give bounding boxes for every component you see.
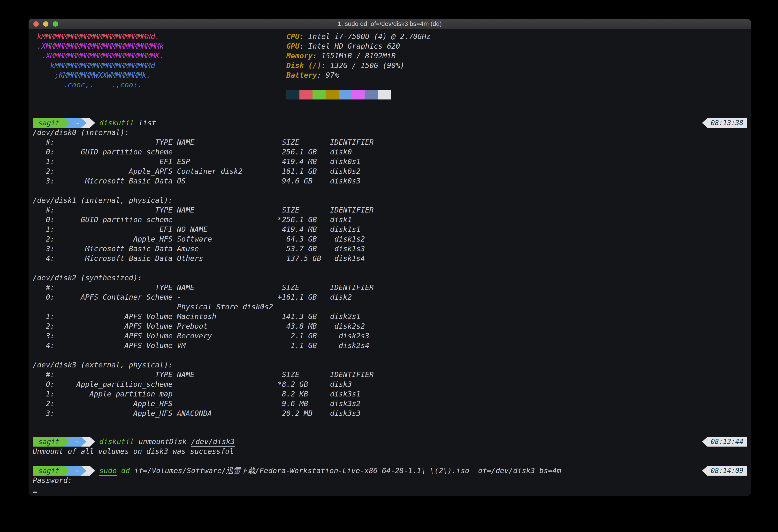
command-token: dd — [121, 466, 130, 475]
terminal-screen[interactable]: kMMMMMMMMMMMMMMMMMMMMMMMMWd. .XMMMMMMMMM… — [28, 29, 751, 496]
command-token — [117, 466, 121, 475]
info-label: Battery — [286, 71, 317, 79]
disk-table-row: 0: GUID_partition_scheme *256.1 GB disk1 — [33, 215, 747, 225]
disk-table-row: 0: APFS Container Scheme - +161.1 GB dis… — [33, 292, 747, 302]
disk-table-row: 3: Microsoft Basic Data OS 94.6 GB disk0… — [33, 176, 747, 186]
info-label: Memory — [286, 52, 313, 60]
title-bar[interactable]: 1. sudo dd of=/dev/disk3 bs=4m (dd) — [28, 19, 751, 29]
command-token: diskutil — [99, 119, 134, 127]
timestamp-badge: 08:13:44 — [702, 437, 747, 447]
disk-table-row: 2: Apple_HFS 9.6 MB disk3s2 — [33, 399, 747, 408]
info-label: CPU — [286, 32, 299, 41]
ascii-art-line: ;KMMMMMMMWXXWMMMMMMMk. — [33, 70, 286, 80]
disk-table-row: 0: GUID_partition_scheme 256.1 GB disk0 — [33, 147, 747, 157]
system-info-row: Disk (/): 132G / 150G (90%) — [286, 61, 431, 70]
system-info-panel: CPU: Intel i7-7500U (4) @ 2.70GHzGPU: In… — [286, 32, 431, 99]
disk2-table: /dev/disk2 (synthesized): #: TYPE NAME S… — [33, 273, 747, 351]
prompt-user-segment: sagit — [33, 437, 70, 447]
disk-table-row: 3: Microsoft Basic Data Amuse 53.7 GB di… — [33, 244, 747, 254]
disk-device-header: /dev/disk2 (synthesized): — [33, 273, 747, 283]
disk-table-row: 4: APFS Volume VM 1.1 GB disk2s4 — [33, 341, 747, 351]
palette-swatch — [299, 90, 313, 99]
terminal-window: 1. sudo dd of=/dev/disk3 bs=4m (dd) kMMM… — [28, 19, 751, 496]
disk-device-header: /dev/disk3 (external, physical): — [33, 360, 747, 370]
disk-table-row: #: TYPE NAME SIZE IDENTIFIER — [33, 370, 747, 380]
palette-swatch — [339, 90, 352, 99]
disk-table-row: #: TYPE NAME SIZE IDENTIFIER — [33, 205, 747, 215]
close-button-icon[interactable] — [33, 21, 39, 27]
prompt-user-segment: sagit — [33, 118, 70, 128]
disk-table-row: Physical Store disk0s2 — [33, 302, 747, 312]
command-token: if=/Volumes/Software/迅雷下载/Fedora-Worksta… — [130, 466, 561, 475]
command-text: diskutil unmountDisk /dev/disk3 — [99, 437, 235, 447]
unmount-result-line: Unmount of all volumes on disk3 was succ… — [33, 447, 747, 456]
command-token: diskutil — [99, 437, 134, 446]
palette-swatch — [378, 90, 391, 99]
info-label: GPU — [286, 42, 299, 50]
disk-table-row: 1: EFI NO NAME 419.4 MB disk1s1 — [33, 225, 747, 234]
system-info-row: Memory: 1551MiB / 8192MiB — [286, 51, 431, 61]
minimize-button-icon[interactable] — [43, 21, 49, 27]
palette-swatch — [365, 90, 378, 99]
timestamp-badge: 08:14:09 — [702, 466, 747, 476]
info-value: : Intel HD Graphics 620 — [299, 42, 400, 50]
disk-table-row: 1: APFS Volume Macintosh 141.3 GB disk2s… — [33, 312, 747, 321]
disk-device-header: /dev/disk0 (internal): — [33, 128, 747, 138]
ascii-art-line: .XMMMMMMMMMMMMMMMMMMMMMMMMMMk — [33, 42, 286, 51]
fetch-info-list: CPU: Intel i7-7500U (4) @ 2.70GHzGPU: In… — [286, 32, 431, 80]
traffic-lights — [33, 19, 58, 29]
timestamp-badge: 08:13:38 — [702, 118, 747, 128]
text-cursor — [33, 491, 37, 493]
system-info-row: CPU: Intel i7-7500U (4) @ 2.70GHz — [286, 32, 431, 42]
disk-table-row: #: TYPE NAME SIZE IDENTIFIER — [33, 283, 747, 292]
window-title: 1. sudo dd of=/dev/disk3 bs=4m (dd) — [338, 20, 442, 27]
zoom-button-icon[interactable] — [53, 21, 58, 27]
disk-table-row: 3: Apple_HFS ANACONDA 20.2 MB disk3s3 — [33, 408, 747, 418]
disk-table-row: 3: APFS Volume Recovery 2.1 GB disk2s3 — [33, 331, 747, 341]
info-label: Disk (/) — [286, 61, 321, 70]
palette-swatch — [352, 90, 365, 99]
disk-table-row: 2: Apple_APFS Container disk2 161.1 GB d… — [33, 166, 747, 176]
desktop: { "window": { "title": "1. sudo dd of=/d… — [0, 0, 778, 532]
disk-table-row: 1: EFI ESP 419.4 MB disk0s1 — [33, 157, 747, 166]
ascii-art-line: .XMMMMMMMMMMMMMMMMMMMMMMMMK. — [33, 51, 286, 61]
command-token: /dev/disk3 — [191, 437, 235, 446]
info-value: : 97% — [317, 71, 339, 79]
command-text: sudo dd if=/Volumes/Software/迅雷下载/Fedora… — [99, 466, 561, 476]
prompt-line-2: sagit ~ diskutil unmountDisk /dev/disk3 … — [33, 437, 747, 447]
apple-logo-ascii-art: kMMMMMMMMMMMMMMMMMMMMMMMMWd. .XMMMMMMMMM… — [33, 32, 286, 99]
system-fetch-block: kMMMMMMMMMMMMMMMMMMMMMMMMWd. .XMMMMMMMMM… — [33, 32, 747, 99]
color-palette — [286, 90, 431, 99]
palette-swatch — [313, 90, 326, 99]
ascii-art-line: .cooc,. .,coo:. — [33, 80, 286, 90]
disk-table-row: 2: Apple_HFS Software 64.3 GB disk1s2 — [33, 234, 747, 244]
disk-device-header: /dev/disk1 (internal, physical): — [33, 196, 747, 205]
disk-table-row: #: TYPE NAME SIZE IDENTIFIER — [33, 138, 747, 147]
command-token: list — [134, 119, 156, 127]
system-info-row: Battery: 97% — [286, 70, 431, 80]
ascii-art-line: kMMMMMMMMMMMMMMMMMMMMMMd — [33, 61, 286, 70]
disk1-table: /dev/disk1 (internal, physical): #: TYPE… — [33, 196, 747, 263]
system-info-row: GPU: Intel HD Graphics 620 — [286, 42, 431, 51]
info-value: : 1551MiB / 8192MiB — [313, 52, 396, 60]
disk-table-row: 0: Apple_partition_scheme *8.2 GB disk3 — [33, 380, 747, 389]
info-value: : 132G / 150G (90%) — [321, 61, 404, 70]
prompt-line-3: sagit ~ sudo dd if=/Volumes/Software/迅雷下… — [33, 466, 747, 476]
palette-swatch — [286, 90, 299, 99]
password-prompt-line: Password: — [33, 476, 747, 485]
ascii-art-line: kMMMMMMMMMMMMMMMMMMMMMMMMWd. — [33, 32, 286, 42]
palette-swatch — [326, 90, 339, 99]
prompt-user-segment: sagit — [33, 466, 70, 476]
disk3-table: /dev/disk3 (external, physical): #: TYPE… — [33, 360, 747, 418]
command-token: sudo — [99, 466, 117, 475]
disk-table-row: 2: APFS Volume Preboot 43.8 MB disk2s2 — [33, 321, 747, 331]
command-token: unmountDisk — [134, 437, 191, 446]
disk0-table: /dev/disk0 (internal): #: TYPE NAME SIZE… — [33, 128, 747, 186]
cursor-line — [33, 485, 747, 495]
disk-table-row: 4: Microsoft Basic Data Others 137.5 GB … — [33, 254, 747, 263]
prompt-line-1: sagit ~ diskutil list 08:13:38 — [33, 118, 747, 128]
disk-table-row: 1: Apple_partition_map 8.2 KB disk3s1 — [33, 389, 747, 399]
command-text: diskutil list — [99, 118, 156, 128]
info-value: : Intel i7-7500U (4) @ 2.70GHz — [299, 32, 431, 41]
